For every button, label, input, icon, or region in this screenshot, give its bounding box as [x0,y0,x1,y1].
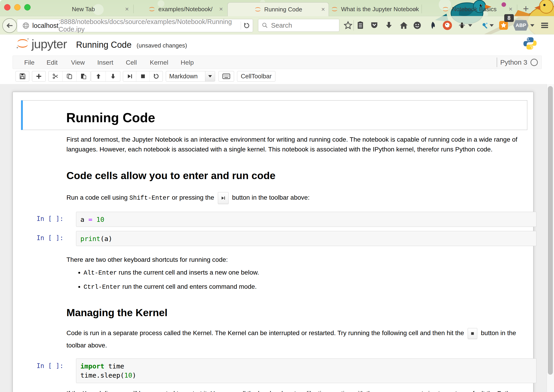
notebook-container: Running Code First and foremost, the Jup… [13,92,533,392]
blue-addon-button[interactable] [479,19,491,32]
section-heading-code-cells: Code cells allow you to enter and run co… [66,170,275,182]
jupyter-logo-text[interactable]: jupyter [32,38,67,50]
keyboard-icon [222,73,230,80]
duckduckgo-icon [442,20,452,30]
kernel-paragraph: Code is run in a separate process called… [66,327,526,351]
back-arrow-icon [6,22,14,29]
tab-label: Running Code [264,6,302,13]
select-dropdown-arrow[interactable] [205,71,215,81]
new-tab-button[interactable]: + [523,3,529,15]
cut-cell-button[interactable] [49,71,62,81]
jupyter-logo-icon[interactable] [16,37,29,50]
tab-close-icon[interactable]: × [509,6,512,13]
kbd-alt-enter: Alt-Enter [83,270,117,276]
menu-help[interactable]: Help [181,59,194,66]
tab-close-icon[interactable]: × [125,6,129,13]
menu-kernel[interactable]: Kernel [150,59,168,66]
url-path: :8888/notebooks/docs/source/examples/Not… [58,18,241,33]
reload-button[interactable] [243,21,250,30]
paste-cell-button[interactable] [76,71,90,81]
tab-examples-notebook[interactable]: examples/Notebook/ × [134,2,227,16]
jupyter-header: jupyter Running Code (unsaved changes) F… [0,35,554,84]
code-input-area[interactable]: print(a) [76,231,536,246]
pocket-icon [370,21,379,30]
intro-paragraph: First and foremost, the Jupyter Notebook… [66,134,526,154]
run-icon [126,73,133,79]
scissors-icon [52,73,59,80]
home-button[interactable] [398,19,410,32]
window-minimize-button[interactable] [14,4,21,11]
url-host: localhost [32,22,58,29]
list-icon [356,21,365,30]
menu-cell[interactable]: Cell [126,59,137,66]
tab-label: New Tab [72,6,95,13]
fly-addon-dropdown-caret[interactable] [468,24,472,27]
tab-divider [517,5,517,13]
adblock-plus-button[interactable]: ABP [513,20,528,31]
url-bar[interactable]: localhost:8888/notebooks/docs/source/exa… [17,19,253,32]
star-icon [343,21,353,30]
tab-close-icon[interactable]: × [413,6,417,13]
stop-icon [470,331,475,336]
copy-cell-button[interactable] [62,71,76,81]
window-zoom-button[interactable] [24,4,31,11]
insert-cell-button[interactable] [32,71,45,81]
blue-addon-icon [480,21,489,30]
kernel-idle-icon [531,59,538,66]
hamburger-icon [540,21,549,30]
cell-type-select[interactable]: Markdown [166,71,215,82]
scrollbar-track[interactable] [547,84,554,392]
code-input-area[interactable]: a = 10 [76,212,536,227]
autosave-status: (unsaved changes) [137,41,187,50]
downloads-button[interactable] [383,19,395,32]
tab-running-code-active[interactable]: Running Code × [228,2,329,16]
notebook-title[interactable]: Running Code [76,40,132,50]
menu-file[interactable]: File [24,59,35,66]
move-cell-down-button[interactable] [105,71,120,81]
bookmark-star-button[interactable] [342,19,354,32]
move-cell-up-button[interactable] [91,71,105,81]
restart-kernel-button[interactable] [149,71,163,81]
tab-what-is-jupyter[interactable]: What is the Jupyter Notebook × [329,2,421,16]
cell-toolbar-label: CellToolbar [241,73,271,80]
forum-addon-button[interactable] [411,19,423,32]
section-heading-kernel: Managing the Kernel [66,307,168,319]
download-arrow-icon [384,21,394,30]
jupyter-favicon [442,6,449,13]
feather-addon-button[interactable] [426,19,438,32]
cell-toolbar-button[interactable]: CellToolbar [237,71,275,82]
abp-dropdown-caret[interactable] [530,24,534,27]
pocket-button[interactable] [368,19,381,32]
tab-new-tab[interactable]: New Tab × [34,2,132,16]
tab-notebook-basics[interactable]: Notebook Basics × [422,2,516,16]
tab-label: examples/Notebook/ [158,6,212,13]
tab-close-icon[interactable]: × [321,6,325,13]
fly-icon [457,21,467,30]
globe-icon[interactable] [22,21,30,30]
window-close-button[interactable] [4,4,11,11]
search-input[interactable] [271,21,326,29]
input-prompt: In [ ]: [34,234,63,242]
inline-stop-button-image [468,328,477,339]
code-input-area[interactable]: import time time.sleep(10) [76,358,536,383]
menu-button[interactable] [539,19,551,32]
markdown-cell-title[interactable]: Running Code [21,100,527,130]
menu-view[interactable]: View [71,59,85,66]
search-box[interactable] [258,19,339,32]
stop-icon [140,73,146,79]
menu-edit[interactable]: Edit [47,59,57,66]
save-button[interactable] [16,71,29,81]
scrollbar-thumb[interactable] [548,86,553,375]
run-instruction: Run a code cell using Shift-Enter or pre… [66,192,310,204]
run-cell-button[interactable] [123,71,136,81]
blue-addon-dropdown-caret[interactable] [490,24,494,27]
menu-insert[interactable]: Insert [97,59,113,66]
reading-list-button[interactable] [354,19,367,32]
duckduckgo-addon-button[interactable] [441,19,454,32]
notebook-toolbar: Markdown CellToolbar [0,69,554,84]
command-palette-button[interactable] [219,71,234,81]
tab-close-icon[interactable]: × [219,6,223,13]
back-button[interactable] [2,18,17,33]
interrupt-kernel-button[interactable] [136,71,149,81]
fly-addon-button[interactable] [456,19,468,32]
